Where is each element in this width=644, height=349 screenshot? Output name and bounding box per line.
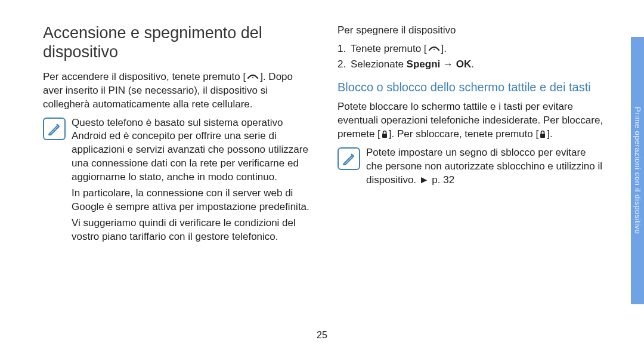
- lock-key-icon: [538, 130, 547, 138]
- step-item: Tenete premuto [].: [338, 41, 605, 57]
- steps-list: Tenete premuto []. Selezionate Spegni → …: [338, 41, 605, 73]
- paragraph-power-on: Per accendere il dispositivo, tenete pre…: [43, 70, 310, 112]
- text-fragment: Per accendere il dispositivo, tenete pre…: [43, 71, 246, 82]
- note-text-block: Potete impostare un segno di sblocco per…: [366, 146, 605, 190]
- section-heading: Accensione e spegnimento del dispositivo: [43, 24, 310, 62]
- text-fragment: .: [471, 58, 474, 70]
- note-paragraph: Potete impostare un segno di sblocco per…: [366, 146, 605, 187]
- arrow-icon: →: [440, 58, 456, 70]
- page-number: 25: [317, 330, 327, 341]
- power-end-call-key-icon: [427, 45, 441, 52]
- svg-rect-3: [540, 134, 545, 138]
- section-tab-label: Prime operazioni con il dispositivo: [633, 107, 642, 234]
- paragraph-power-off-intro: Per spegnere il dispositivo: [338, 24, 605, 38]
- text-fragment: Selezionate: [351, 58, 407, 70]
- paragraph-lock: Potete bloccare lo schermo tattile e i t…: [338, 100, 605, 141]
- svg-point-1: [434, 49, 435, 50]
- note-paragraph: In particolare, la connessione con il se…: [72, 187, 310, 214]
- subsection-heading: Blocco o sblocco dello schermo tattile e…: [338, 80, 605, 94]
- note-paragraph: Questo telefono è basato sul sistema ope…: [72, 116, 310, 185]
- bold-label: OK: [456, 58, 472, 70]
- power-end-call-key-icon: [246, 73, 260, 81]
- text-fragment: ].: [547, 128, 552, 140]
- section-tab: Prime operazioni con il dispositivo: [631, 0, 644, 349]
- svg-rect-2: [382, 134, 387, 138]
- step-item: Selezionate Spegni → OK.: [338, 57, 605, 72]
- svg-point-0: [252, 77, 253, 78]
- note-icon: [338, 147, 360, 170]
- note-icon: [43, 118, 66, 140]
- text-fragment: ].: [441, 43, 447, 54]
- note-paragraph: Vi suggeriamo quindi di verificare le co…: [72, 217, 310, 244]
- text-fragment: ]. Per sbloccare, tenete premuto [: [389, 128, 538, 140]
- lock-key-icon: [380, 130, 389, 138]
- bold-label: Spegni: [407, 58, 441, 70]
- text-fragment: Tenete premuto [: [351, 43, 427, 54]
- note-text-block: Questo telefono è basato sul sistema ope…: [72, 116, 310, 246]
